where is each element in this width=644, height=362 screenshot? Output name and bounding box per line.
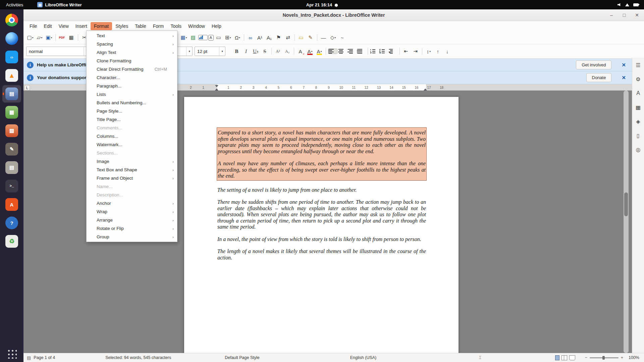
clock[interactable]: Apr 21 16:14 — [0, 2, 644, 7]
insert-field-icon[interactable]: ⊞▾ — [224, 33, 232, 42]
get-involved-button[interactable]: Get involved — [576, 60, 611, 69]
gallery-icon[interactable]: ▦ — [634, 103, 643, 112]
power-icon[interactable] — [633, 3, 639, 6]
format-menu-item[interactable]: Clone Formatting — [87, 57, 177, 65]
format-menu-item[interactable]: Sections... — [87, 149, 177, 157]
menubar-item[interactable]: Tools — [167, 22, 185, 30]
track-changes-icon[interactable]: ✎ — [306, 33, 315, 42]
new-document-icon[interactable]: ▢▾ — [26, 33, 35, 42]
line-spacing-icon[interactable]: ↕▾ — [424, 47, 433, 56]
format-menu-item[interactable]: Arrange › — [87, 216, 177, 224]
menubar-item[interactable]: Form — [150, 22, 167, 30]
menubar-item[interactable]: Window — [185, 22, 208, 30]
format-menu-item[interactable]: Title Page... — [87, 115, 177, 124]
menubar-item[interactable]: File — [26, 22, 41, 30]
selected-paragraph[interactable]: A novel may have any number of climaxes,… — [218, 161, 426, 179]
format-menu-item[interactable]: Watermark... — [87, 140, 177, 149]
format-menu-item[interactable]: Paragraph... — [87, 82, 177, 90]
insert-comment-icon[interactable]: ▭ — [297, 33, 306, 42]
sidebar-settings-icon[interactable]: ☰ — [634, 60, 643, 70]
format-menu-item[interactable]: Anchor › — [87, 199, 177, 207]
zoom-slider[interactable] — [590, 357, 619, 358]
donate-button[interactable]: Donate — [586, 73, 612, 82]
trash-icon[interactable]: ♻ — [2, 233, 21, 250]
format-menu-item[interactable]: Description... — [87, 191, 177, 199]
horizontal-line-icon[interactable]: — — [319, 33, 328, 42]
page-break-icon[interactable]: ▭ — [214, 33, 223, 42]
format-menu-item[interactable]: Clear Direct Formatting Ctrl+M — [87, 65, 177, 73]
single-page-view-icon[interactable] — [555, 355, 559, 360]
page-style-status[interactable]: Default Page Style — [225, 355, 260, 360]
insert-mode-icon[interactable]: ⌶ — [479, 355, 482, 360]
menubar-item[interactable]: Help — [208, 22, 225, 30]
chevron-down-icon[interactable]: ▾ — [186, 47, 192, 56]
font-size-select[interactable]: 12 pt ▾ — [195, 47, 225, 56]
menubar-item[interactable]: Insert — [72, 22, 91, 30]
highlight-color-icon[interactable]: A▾ — [315, 47, 324, 56]
document-paragraph[interactable]: In a novel, the point of view from which… — [217, 236, 426, 243]
close-icon[interactable]: ✕ — [619, 62, 629, 68]
align-left-icon[interactable] — [328, 49, 337, 54]
special-character-icon[interactable]: Ω▾ — [233, 33, 242, 42]
navigator-icon[interactable]: ◈ — [634, 117, 643, 126]
libreoffice-writer-icon[interactable]: ▤ — [2, 85, 21, 103]
ordered-list-icon[interactable]: ▾ — [379, 49, 388, 54]
underline-icon[interactable]: U▾ — [251, 47, 260, 56]
insert-image-icon[interactable]: ▨ — [189, 33, 198, 42]
zoom-out-icon[interactable]: − — [585, 355, 587, 360]
menubar-item[interactable]: Edit — [41, 22, 55, 30]
insert-footnote-icon[interactable]: A¹ — [256, 33, 264, 42]
insert-table-icon[interactable]: ▦▾ — [179, 33, 188, 42]
word-count-status[interactable]: Selected: 94 words, 545 characters — [105, 355, 171, 360]
gimp-icon[interactable]: ✎ — [2, 140, 21, 158]
increase-indent-icon[interactable]: ⇥ — [411, 47, 420, 56]
italic-icon[interactable]: I — [242, 47, 251, 56]
vlc-icon[interactable]: ▲ — [2, 67, 21, 84]
properties-icon[interactable]: ⚙ — [634, 74, 643, 84]
increase-paragraph-spacing-icon[interactable]: ↑ — [434, 47, 442, 56]
format-menu-item[interactable]: Comments... — [87, 124, 177, 132]
files-icon[interactable]: ▤ — [2, 159, 21, 176]
format-menu-item[interactable]: Align Text › — [87, 48, 177, 57]
menubar-item[interactable]: View — [55, 22, 72, 30]
volume-icon[interactable] — [618, 3, 621, 6]
superscript-icon[interactable]: A² — [274, 47, 282, 56]
format-menu-item[interactable]: Text Box and Shape › — [87, 166, 177, 174]
outline-list-icon[interactable]: ▾ — [389, 49, 397, 54]
zoom-percentage[interactable]: 100% — [629, 355, 639, 360]
bold-icon[interactable]: B — [232, 47, 241, 56]
document-page[interactable]: Compared to a short story, a novel has m… — [184, 97, 459, 353]
scrollbar-thumb[interactable] — [624, 192, 628, 216]
system-tray[interactable] — [618, 3, 644, 6]
decrease-indent-icon[interactable]: ⇤ — [402, 47, 411, 56]
decrease-paragraph-spacing-icon[interactable]: ↓ — [443, 47, 452, 56]
format-menu-item[interactable]: Page Style... — [87, 107, 177, 115]
help-icon[interactable]: ? — [2, 214, 21, 232]
cross-reference-icon[interactable]: ⇄ — [284, 33, 292, 42]
paragraph-style-select[interactable]: normal ▾ — [26, 47, 90, 56]
show-applications-icon[interactable] — [7, 349, 17, 359]
hyperlink-icon[interactable]: ∞ — [246, 33, 255, 42]
subscript-icon[interactable]: A₂ — [283, 47, 292, 56]
terminal-icon[interactable]: >_ — [2, 177, 21, 195]
format-menu-item[interactable]: Columns... — [87, 132, 177, 140]
styles-icon[interactable]: A — [634, 88, 643, 98]
format-menu-item[interactable]: Wrap › — [87, 207, 177, 216]
format-menu-item[interactable]: Lists › — [87, 90, 177, 99]
strikethrough-icon[interactable]: S — [261, 47, 269, 56]
unordered-list-icon[interactable]: ▾ — [370, 49, 379, 54]
network-icon[interactable] — [625, 3, 629, 6]
insert-endnote-icon[interactable]: A₁ — [265, 33, 274, 42]
language-status[interactable]: English (USA) — [350, 355, 377, 360]
format-menu-item[interactable]: Name... — [87, 182, 177, 191]
format-menu-item[interactable]: Group › — [87, 233, 177, 241]
save-icon[interactable]: ▣▾ — [45, 33, 53, 42]
align-justify-icon[interactable] — [357, 49, 366, 54]
zoom-in-icon[interactable]: + — [621, 355, 623, 360]
style-inspector-icon[interactable]: ◎ — [634, 145, 643, 154]
document-paragraph[interactable]: The length of a novel makes it likely th… — [217, 248, 426, 261]
book-view-icon[interactable] — [569, 355, 575, 360]
libreoffice-impress-icon[interactable]: ▧ — [2, 122, 21, 139]
document-paragraph[interactable]: The setting of a novel is likely to jump… — [217, 187, 426, 193]
open-file-icon[interactable]: ▱▾ — [35, 33, 44, 42]
